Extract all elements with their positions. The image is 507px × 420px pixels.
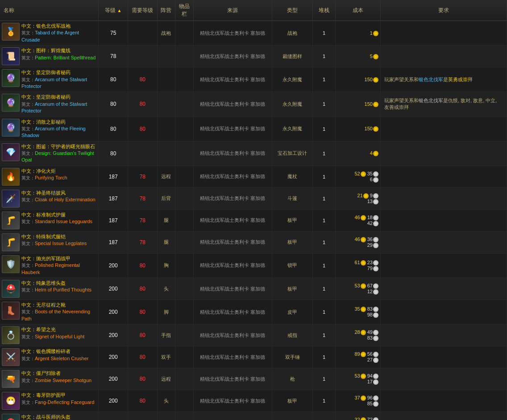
table-row: 🦵 中文：特殊制式腿铠 英文：Special Issue Legplates 1… <box>0 231 507 253</box>
item-source: 精锐北伐军战士奥利卡 塞加德 <box>193 278 272 300</box>
item-slot: 头 <box>157 278 175 300</box>
item-category: 永久附魔 <box>272 92 313 116</box>
item-req-level <box>128 46 158 67</box>
col-item-type[interactable]: 物品栏 <box>175 0 193 21</box>
item-stack: 1 <box>313 324 336 346</box>
item-requirements <box>380 187 507 209</box>
item-stack: 1 <box>313 92 336 116</box>
item-level: 80 <box>99 141 128 166</box>
item-text: 中文：僵尸扫除者 英文：Zombie Sweeper Shotgun <box>21 370 96 384</box>
table-row: 💎 中文：图鉴：守护者的曙光猫眼石 英文：Design: Guardian's … <box>0 141 507 166</box>
item-slot: 头 <box>157 412 175 420</box>
item-category: 枪 <box>272 368 313 390</box>
item-icon: 👢 <box>2 302 20 320</box>
item-stack: 1 <box>313 300 336 324</box>
item-type-col <box>175 187 193 209</box>
item-slot: 腿 <box>157 209 175 231</box>
item-en-name: 英文：Tabard of the Argent Crusade <box>21 29 96 43</box>
item-text: 中文：图样：辉煌魔线 英文：Pattern: Brilliant Spellth… <box>21 47 96 61</box>
item-level: 200 <box>99 300 128 324</box>
col-stack[interactable]: 堆栈 <box>313 0 336 21</box>
table-row: 🔮 中文：消散之影秘药 英文：Arcanum of the Fleeing Sh… <box>0 116 507 141</box>
item-slot: 远程 <box>157 368 175 390</box>
item-name-cell: ⛑️ 中文：战斗医师的头盔 英文：Battle Mender's Helm <box>0 412 99 420</box>
item-req-level: 78 <box>128 166 158 187</box>
item-level: 200 <box>99 390 128 412</box>
item-icon: 🔮 <box>2 69 20 87</box>
item-name-cell: 🔫 中文：僵尸扫除者 英文：Zombie Sweeper Shotgun <box>0 368 99 390</box>
item-requirements: 玩家声望关系和银色北伐军是英勇或崇拜 <box>380 67 507 92</box>
item-category: 板甲 <box>272 209 313 231</box>
item-cn-name: 中文：无尽征程之靴 <box>21 302 96 308</box>
item-cost: 35 8398 <box>335 300 380 324</box>
item-en-name: 英文：Fang-Deflecting Faceguard <box>21 399 96 406</box>
item-en-name: 英文：Arcanum of the Fleeing Shadow <box>21 125 96 139</box>
item-req-level <box>128 141 158 166</box>
item-name-cell: 🦵 中文：标准制式护腿 英文：Standard Issue Legguards <box>0 209 99 231</box>
item-req-level: 80 <box>128 300 158 324</box>
item-type-col <box>175 278 193 300</box>
item-level: 200 <box>99 368 128 390</box>
item-requirements: 玩家声望关系和银色北伐军是仇恨, 敌对, 敌意, 中立, 友善或崇拜 <box>380 92 507 116</box>
col-source[interactable]: 来源 <box>193 0 272 21</box>
col-name[interactable]: 名称 <box>0 0 99 21</box>
item-slot <box>157 67 175 92</box>
item-slot <box>157 141 175 166</box>
col-requirements[interactable]: 要求 <box>380 0 507 21</box>
item-slot <box>157 92 175 116</box>
item-requirements <box>380 324 507 346</box>
item-source: 精锐北伐军战士奥利卡 塞加德 <box>193 67 272 92</box>
item-slot: 后背 <box>157 187 175 209</box>
item-req-level: 80 <box>128 412 158 420</box>
item-cn-name: 中文：坚定防御者秘药 <box>21 94 96 100</box>
item-cost: 150 <box>335 116 380 141</box>
item-source: 精锐北伐军战士奥利卡 塞加德 <box>193 116 272 141</box>
table-row: 🔥 中文：净化火炬 英文：Purifying Torch 18778远程精锐北伐… <box>0 166 507 187</box>
col-cost[interactable]: 成本 <box>335 0 380 21</box>
item-req-level <box>128 21 158 46</box>
col-level[interactable]: 等级 ▲ <box>99 0 128 21</box>
item-req-level: 80 <box>128 92 158 116</box>
item-source: 精锐北伐军战士奥利卡 塞加德 <box>193 300 272 324</box>
item-cost: 61 2379 <box>335 253 380 278</box>
item-cost: 150 <box>335 92 380 116</box>
item-type-col <box>175 141 193 166</box>
item-requirements <box>380 116 507 141</box>
item-source: 精锐北伐军战士奥利卡 塞加德 <box>193 166 272 187</box>
item-text: 中文：战斗医师的头盔 英文：Battle Mender's Helm <box>21 414 96 420</box>
item-cost: 46 1842 <box>335 209 380 231</box>
item-cn-name: 中文：纯象思维头盔 <box>21 280 96 287</box>
item-slot: 胸 <box>157 253 175 278</box>
item-requirements <box>380 412 507 420</box>
item-level: 200 <box>99 412 128 420</box>
item-name-cell: 🏅 中文：银色北伐军战袍 英文：Tabard of the Argent Cru… <box>0 21 99 46</box>
main-table-container: 名称 等级 ▲ 需要等级 阵营 物品栏 来源 类型 堆栈 成本 要求 🏅 中文：… <box>0 0 507 420</box>
item-level: 187 <box>99 209 128 231</box>
item-requirements <box>380 346 507 368</box>
item-category: 宝石加工设计 <box>272 141 313 166</box>
item-source: 精锐北伐军战士奥利卡 塞加德 <box>193 412 272 420</box>
item-requirements <box>380 46 507 67</box>
item-text: 中文：特殊制式腿铠 英文：Special Issue Legplates <box>21 233 96 247</box>
col-category[interactable]: 类型 <box>272 0 313 21</box>
item-type-col <box>175 300 193 324</box>
item-category: 锁甲 <box>272 412 313 420</box>
item-stack: 1 <box>313 231 336 253</box>
col-req-level[interactable]: 需要等级 <box>128 0 158 21</box>
item-cost: 1 <box>335 21 380 46</box>
item-level: 200 <box>99 253 128 278</box>
item-name-cell: 🦵 中文：特殊制式腿铠 英文：Special Issue Legplates <box>0 231 99 253</box>
item-en-name: 英文：Zombie Sweeper Shotgun <box>21 377 96 384</box>
item-en-name: 英文：Standard Issue Legguards <box>21 218 96 225</box>
item-type-col <box>175 116 193 141</box>
item-cn-name: 中文：抛光的军团战甲 <box>21 255 96 262</box>
item-cost: 150 <box>335 67 380 92</box>
item-icon: 🔥 <box>2 168 20 186</box>
item-en-name: 英文：Argent Skeleton Crusher <box>21 355 96 362</box>
item-icon: 💍 <box>2 326 20 344</box>
item-slot: 头 <box>157 390 175 412</box>
item-cost: 5 <box>335 46 380 67</box>
item-en-name: 英文：Pattern: Brilliant Spellthread <box>21 54 96 61</box>
item-en-name: 英文：Arcanum of the Stalwart Protector <box>21 76 96 90</box>
col-slot[interactable]: 阵营 <box>157 0 175 21</box>
